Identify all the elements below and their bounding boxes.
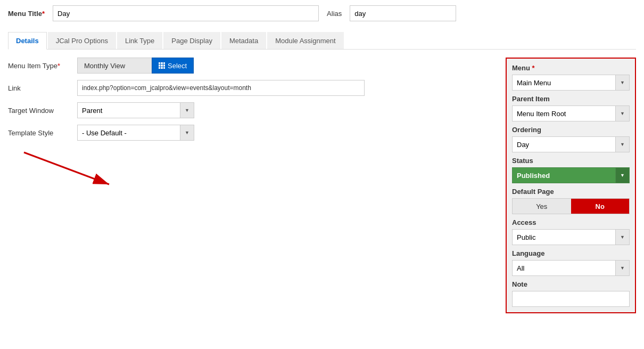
rp-status-label: Status bbox=[512, 157, 630, 165]
rp-parent-item-wrap: Menu Item Root bbox=[512, 105, 630, 121]
rp-note-input[interactable] bbox=[512, 291, 630, 307]
menu-title-text: Menu Title bbox=[8, 10, 42, 18]
menu-item-type-display: Monthly View bbox=[77, 58, 152, 74]
menu-item-type-label-text: Menu Item Type bbox=[8, 62, 57, 70]
svg-line-1 bbox=[24, 152, 109, 184]
rp-note-label: Note bbox=[512, 280, 630, 288]
left-panel: Menu Item Type* Monthly View Select bbox=[8, 58, 506, 313]
rp-status-wrap: Published bbox=[512, 167, 630, 183]
rp-menu-select[interactable]: Main Menu bbox=[512, 75, 616, 91]
menu-item-type-row: Menu Item Type* Monthly View Select bbox=[8, 58, 495, 74]
rp-menu-label: Menu * bbox=[512, 64, 630, 72]
template-style-control: - Use Default - bbox=[77, 125, 495, 141]
rp-menu-wrap: Main Menu bbox=[512, 75, 630, 91]
grid-icon bbox=[159, 62, 165, 69]
menu-item-type-required: * bbox=[57, 62, 60, 70]
rp-language-wrap: All bbox=[512, 260, 630, 276]
rp-language-select[interactable]: All bbox=[512, 260, 616, 276]
rp-menu-arrow[interactable] bbox=[616, 75, 630, 91]
default-page-yes-button[interactable]: Yes bbox=[512, 198, 571, 214]
tabs-bar: Details JCal Pro Options Link Type Page … bbox=[8, 32, 636, 50]
rp-default-page-label: Default Page bbox=[512, 188, 630, 196]
select-button-label: Select bbox=[168, 62, 187, 70]
content-area: Menu Item Type* Monthly View Select bbox=[8, 58, 636, 313]
tab-jcal[interactable]: JCal Pro Options bbox=[48, 32, 116, 49]
menu-item-type-wrap: Monthly View Select bbox=[77, 58, 495, 74]
target-window-select[interactable]: Parent bbox=[77, 102, 180, 118]
rp-ordering-wrap: Day bbox=[512, 136, 630, 152]
menu-item-type-label: Menu Item Type* bbox=[8, 62, 77, 70]
rp-status-arrow[interactable] bbox=[616, 167, 630, 183]
rp-parent-item-label: Parent Item bbox=[512, 95, 630, 103]
red-arrow-svg bbox=[8, 142, 125, 195]
target-window-arrow[interactable] bbox=[180, 102, 194, 118]
link-input[interactable] bbox=[77, 80, 365, 96]
rp-language-label: Language bbox=[512, 249, 630, 257]
alias-label: Alias bbox=[327, 10, 342, 18]
default-page-no-button[interactable]: No bbox=[571, 198, 630, 214]
template-style-arrow[interactable] bbox=[180, 125, 194, 141]
rp-default-page-wrap: Yes No bbox=[512, 198, 630, 214]
tab-link-type[interactable]: Link Type bbox=[117, 32, 162, 49]
rp-parent-item-select[interactable]: Menu Item Root bbox=[512, 105, 616, 121]
template-style-row: Template Style - Use Default - bbox=[8, 125, 495, 141]
link-row: Link bbox=[8, 80, 495, 96]
link-control bbox=[77, 80, 495, 96]
alias-input[interactable] bbox=[350, 5, 456, 21]
tab-details[interactable]: Details bbox=[8, 32, 47, 50]
right-panel: Menu * Main Menu Parent Item Menu Item R… bbox=[506, 58, 636, 313]
rp-ordering-select[interactable]: Day bbox=[512, 136, 616, 152]
tab-page-display[interactable]: Page Display bbox=[163, 32, 220, 49]
rp-access-select[interactable]: Public bbox=[512, 229, 616, 245]
rp-access-wrap: Public bbox=[512, 229, 630, 245]
target-window-wrap: Parent bbox=[77, 102, 194, 118]
template-style-wrap: - Use Default - bbox=[77, 125, 194, 141]
target-window-label: Target Window bbox=[8, 107, 77, 115]
title-row: Menu Title* Alias bbox=[8, 5, 636, 26]
menu-title-input[interactable] bbox=[53, 5, 319, 21]
target-window-control: Parent bbox=[77, 102, 495, 118]
arrow-indicator-container bbox=[8, 147, 495, 190]
select-button[interactable]: Select bbox=[152, 58, 194, 74]
template-style-select[interactable]: - Use Default - bbox=[77, 125, 180, 141]
rp-access-label: Access bbox=[512, 218, 630, 226]
rp-language-arrow[interactable] bbox=[616, 260, 630, 276]
tab-metadata[interactable]: Metadata bbox=[221, 32, 266, 49]
target-window-row: Target Window Parent bbox=[8, 102, 495, 118]
rp-status-select[interactable]: Published bbox=[512, 167, 616, 183]
menu-title-label: Menu Title* bbox=[8, 10, 45, 18]
tab-module-assignment[interactable]: Module Assignment bbox=[267, 32, 343, 49]
rp-parent-item-arrow[interactable] bbox=[616, 105, 630, 121]
rp-ordering-arrow[interactable] bbox=[616, 136, 630, 152]
page-container: Menu Title* Alias Details JCal Pro Optio… bbox=[0, 0, 644, 349]
link-label: Link bbox=[8, 84, 77, 92]
template-style-label: Template Style bbox=[8, 129, 77, 137]
menu-item-type-control: Monthly View Select bbox=[77, 58, 495, 74]
menu-title-required: * bbox=[42, 10, 45, 18]
rp-access-arrow[interactable] bbox=[616, 229, 630, 245]
rp-ordering-label: Ordering bbox=[512, 126, 630, 134]
